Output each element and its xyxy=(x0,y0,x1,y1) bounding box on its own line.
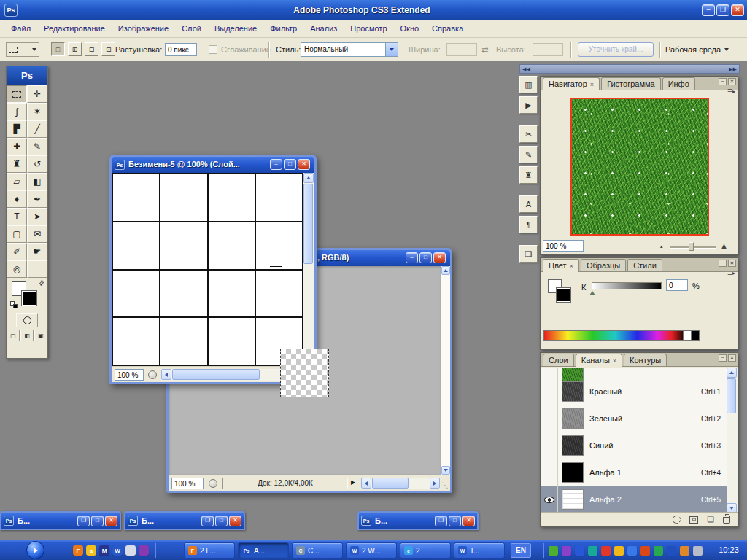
restore-button[interactable]: ❐ xyxy=(435,516,447,526)
panel-menu-icon[interactable]: ☰▸ xyxy=(727,88,735,95)
task-button-2[interactable]: C C... xyxy=(292,542,343,559)
style-dropdown[interactable]: Нормальный xyxy=(301,42,398,57)
menu-edit[interactable]: Редактирование xyxy=(37,20,112,37)
task-button-5[interactable]: W T... xyxy=(454,542,505,559)
mode-subtract-selection[interactable]: ⊟ xyxy=(85,42,98,56)
new-channel-icon[interactable]: ❏ xyxy=(707,515,714,524)
swap-colors-icon[interactable]: ⇄ xyxy=(37,279,46,287)
channel-row-alpha2[interactable]: Альфа 2 Ctrl+5 xyxy=(541,486,727,513)
maximize-button[interactable]: ❐ xyxy=(716,4,729,16)
quicklaunch-icon-5[interactable] xyxy=(139,545,149,556)
close-button[interactable]: ✕ xyxy=(731,4,744,16)
tab-info[interactable]: Инфо xyxy=(662,77,695,90)
notes-tool[interactable]: ✉ xyxy=(27,225,47,243)
zoom-tool[interactable]: ◎ xyxy=(7,260,27,278)
tray-icon-9[interactable] xyxy=(667,546,676,556)
zoom-in-icon[interactable]: ▲ xyxy=(720,241,728,250)
close-button[interactable]: ✕ xyxy=(462,516,475,526)
navigator-slider-thumb[interactable] xyxy=(689,242,694,251)
collapse-dock-right-icon[interactable]: ▶▶ xyxy=(729,66,737,72)
healing-brush-tool[interactable]: ✚ xyxy=(7,138,27,155)
tab-paths[interactable]: Контуры xyxy=(624,354,667,366)
antialias-checkbox[interactable] xyxy=(209,45,217,54)
tab-histogram[interactable]: Гистограмма xyxy=(601,77,661,90)
channel-row-alpha1[interactable]: Альфа 1 Ctrl+4 xyxy=(541,459,727,486)
channel-row-green[interactable]: Зеленый Ctrl+2 xyxy=(541,405,727,432)
task-button-3[interactable]: W 2 W... xyxy=(346,542,397,559)
menu-file[interactable]: Файл xyxy=(4,20,37,37)
task-button-1[interactable]: Ps A... xyxy=(238,542,289,559)
zoom-out-icon[interactable]: ▴ xyxy=(660,244,663,249)
status-menu-icon[interactable] xyxy=(209,479,217,488)
mode-add-selection[interactable]: ⊞ xyxy=(68,42,82,56)
navigator-zoom-input[interactable] xyxy=(543,240,584,252)
doc2-zoom-input[interactable] xyxy=(171,478,204,489)
panel-minimize-button[interactable]: − xyxy=(719,78,727,85)
clone-source-panel-icon[interactable]: ♜ xyxy=(519,166,538,184)
swap-dimensions-icon[interactable]: ⇄ xyxy=(481,45,488,55)
doc2-close-button[interactable]: ✕ xyxy=(433,252,446,263)
history-brush-tool[interactable]: ↺ xyxy=(27,155,47,173)
brush-tool[interactable]: ✎ xyxy=(27,138,47,155)
tool-presets-panel-icon[interactable]: ✂ xyxy=(519,125,538,143)
character-panel-icon[interactable]: А xyxy=(519,195,538,213)
tray-icon-5[interactable] xyxy=(614,546,624,556)
panel-close-button[interactable]: ✕ xyxy=(728,260,736,267)
spectrum-gradient[interactable] xyxy=(544,331,683,340)
background-color-swatch[interactable] xyxy=(22,291,36,306)
channel-row-red[interactable]: Красный Ctrl+1 xyxy=(541,378,727,405)
doc2-vertical-scrollbar[interactable] xyxy=(441,266,450,475)
status-menu-icon[interactable] xyxy=(148,370,157,379)
task-button-0[interactable]: F 2 F... xyxy=(184,542,235,559)
background-color-swatch[interactable] xyxy=(557,288,570,302)
k-value-input[interactable] xyxy=(666,279,688,291)
menu-select[interactable]: Выделение xyxy=(208,20,263,37)
panel-menu-icon[interactable]: ☰▸ xyxy=(727,270,735,276)
white-cell[interactable] xyxy=(683,331,691,340)
photoshop-logo[interactable]: Ps xyxy=(7,66,47,85)
tray-icon-6[interactable] xyxy=(627,546,637,556)
screen-menus-button[interactable]: ◧ xyxy=(20,330,34,341)
maximize-button[interactable]: □ xyxy=(91,516,104,526)
tray-icon-3[interactable] xyxy=(588,546,597,556)
shape-tool[interactable]: ▢ xyxy=(7,225,27,243)
panel-minimize-button[interactable]: − xyxy=(719,260,727,267)
gradient-tool[interactable]: ◧ xyxy=(27,173,47,190)
tab-color[interactable]: Цвет× xyxy=(543,259,579,272)
brushes-panel-icon[interactable]: ✎ xyxy=(519,146,538,163)
mode-intersect-selection[interactable]: ⊡ xyxy=(101,42,115,56)
minimize-button[interactable]: – xyxy=(702,4,715,16)
restore-button[interactable]: ❐ xyxy=(201,516,214,526)
tab-close-icon[interactable]: × xyxy=(590,81,594,88)
layer-comps-panel-icon[interactable]: ❏ xyxy=(519,245,538,262)
tray-icon-11[interactable] xyxy=(693,546,703,556)
tab-navigator[interactable]: Навигатор× xyxy=(543,77,600,90)
doc1-close-button[interactable]: ✕ xyxy=(298,159,310,170)
quicklaunch-icon-2[interactable]: M xyxy=(99,545,109,556)
doc1-minimize-button[interactable]: – xyxy=(270,159,282,170)
tab-channels[interactable]: Каналы× xyxy=(576,354,622,367)
eraser-tool[interactable]: ▱ xyxy=(7,173,27,190)
eyedropper-tool[interactable]: ✐ xyxy=(7,243,27,260)
start-button[interactable] xyxy=(26,541,44,559)
screen-full-button[interactable]: ▣ xyxy=(34,330,47,341)
clone-stamp-tool[interactable]: ♜ xyxy=(7,155,27,173)
minimized-document-1[interactable]: Ps Б... ❐ □ ✕ xyxy=(0,511,121,530)
task-button-4[interactable]: e 2 xyxy=(400,542,451,559)
type-tool[interactable]: T xyxy=(7,208,27,225)
black-cell[interactable] xyxy=(691,331,699,340)
doc2-horizontal-scrollbar[interactable] xyxy=(361,478,440,489)
hand-tool[interactable]: ☛ xyxy=(27,243,47,260)
refine-edge-button[interactable]: Уточнить край... xyxy=(578,42,654,57)
maximize-button[interactable]: □ xyxy=(449,516,461,526)
pen-tool[interactable]: ✒ xyxy=(27,190,47,208)
screen-standard-button[interactable]: ▢ xyxy=(7,330,20,341)
paragraph-panel-icon[interactable]: ¶ xyxy=(519,216,538,233)
tool-preset-picker[interactable] xyxy=(6,42,39,57)
blur-tool[interactable]: ♦ xyxy=(7,190,27,208)
panel-close-button[interactable]: ✕ xyxy=(728,78,736,85)
move-tool[interactable]: ✛ xyxy=(27,85,47,103)
resize-grip[interactable]: ⋱ xyxy=(441,481,449,489)
color-spectrum-ramp[interactable] xyxy=(543,330,700,341)
doc2-maximize-button[interactable]: □ xyxy=(419,252,432,263)
